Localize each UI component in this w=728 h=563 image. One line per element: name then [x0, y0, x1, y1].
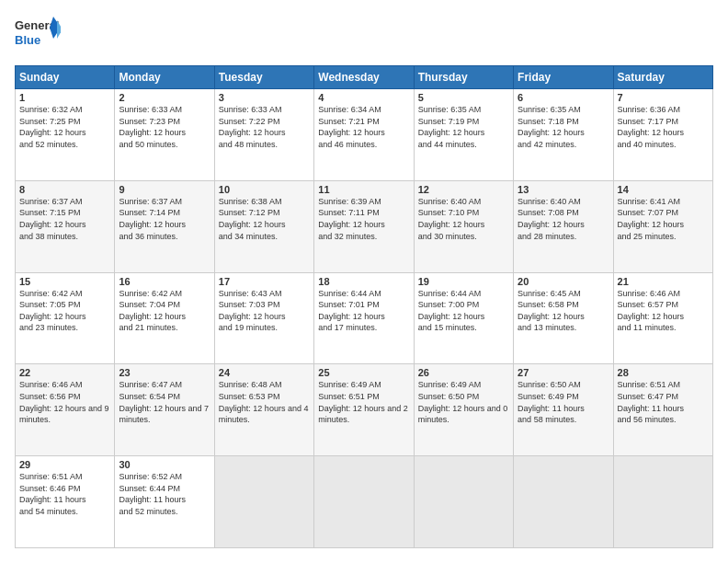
- calendar-cell: 16 Sunrise: 6:42 AM Sunset: 7:04 PM Dayl…: [115, 272, 214, 364]
- day-info: Sunrise: 6:40 AM Sunset: 7:08 PM Dayligh…: [518, 196, 609, 242]
- day-number: 28: [618, 367, 709, 378]
- day-info: Sunrise: 6:51 AM Sunset: 6:46 PM Dayligh…: [19, 471, 110, 517]
- day-number: 3: [219, 92, 310, 103]
- day-number: 17: [219, 276, 310, 287]
- calendar-cell: 9 Sunrise: 6:37 AM Sunset: 7:14 PM Dayli…: [115, 180, 214, 272]
- day-info: Sunrise: 6:33 AM Sunset: 7:22 PM Dayligh…: [219, 104, 310, 150]
- calendar-cell: 11 Sunrise: 6:39 AM Sunset: 7:11 PM Dayl…: [314, 180, 414, 272]
- calendar-cell: 2 Sunrise: 6:33 AM Sunset: 7:23 PM Dayli…: [115, 89, 214, 181]
- calendar-cell: 28 Sunrise: 6:51 AM Sunset: 6:47 PM Dayl…: [613, 364, 712, 456]
- day-info: Sunrise: 6:40 AM Sunset: 7:10 PM Dayligh…: [418, 196, 509, 242]
- day-number: 15: [19, 276, 110, 287]
- calendar-cell: 21 Sunrise: 6:46 AM Sunset: 6:57 PM Dayl…: [613, 272, 712, 364]
- svg-text:Blue: Blue: [15, 33, 40, 47]
- calendar-cell: 8 Sunrise: 6:37 AM Sunset: 7:15 PM Dayli…: [16, 180, 115, 272]
- calendar-cell: 14 Sunrise: 6:41 AM Sunset: 7:07 PM Dayl…: [613, 180, 712, 272]
- day-number: 18: [318, 276, 409, 287]
- day-info: Sunrise: 6:48 AM Sunset: 6:53 PM Dayligh…: [219, 379, 310, 425]
- calendar-cell: 22 Sunrise: 6:46 AM Sunset: 6:56 PM Dayl…: [16, 364, 115, 456]
- day-info: Sunrise: 6:52 AM Sunset: 6:44 PM Dayligh…: [119, 471, 210, 517]
- day-number: 6: [518, 92, 609, 103]
- day-number: 24: [219, 367, 310, 378]
- calendar-cell: 7 Sunrise: 6:36 AM Sunset: 7:17 PM Dayli…: [613, 89, 712, 181]
- calendar-cell: [414, 456, 513, 548]
- day-number: 11: [318, 184, 409, 195]
- day-info: Sunrise: 6:46 AM Sunset: 6:57 PM Dayligh…: [618, 288, 709, 334]
- day-number: 25: [318, 367, 409, 378]
- calendar-cell: 25 Sunrise: 6:49 AM Sunset: 6:51 PM Dayl…: [314, 364, 414, 456]
- day-info: Sunrise: 6:49 AM Sunset: 6:50 PM Dayligh…: [418, 379, 509, 425]
- day-number: 8: [19, 184, 110, 195]
- calendar-cell: 6 Sunrise: 6:35 AM Sunset: 7:18 PM Dayli…: [514, 89, 613, 181]
- day-header-saturday: Saturday: [613, 66, 712, 89]
- calendar-cell: 15 Sunrise: 6:42 AM Sunset: 7:05 PM Dayl…: [16, 272, 115, 364]
- day-info: Sunrise: 6:37 AM Sunset: 7:14 PM Dayligh…: [119, 196, 210, 242]
- day-info: Sunrise: 6:33 AM Sunset: 7:23 PM Dayligh…: [119, 104, 210, 150]
- day-number: 29: [19, 459, 110, 470]
- calendar-cell: 17 Sunrise: 6:43 AM Sunset: 7:03 PM Dayl…: [214, 272, 313, 364]
- calendar-cell: 27 Sunrise: 6:50 AM Sunset: 6:49 PM Dayl…: [514, 364, 613, 456]
- day-info: Sunrise: 6:49 AM Sunset: 6:51 PM Dayligh…: [318, 379, 409, 425]
- day-number: 4: [318, 92, 409, 103]
- day-number: 16: [119, 276, 210, 287]
- day-info: Sunrise: 6:35 AM Sunset: 7:18 PM Dayligh…: [518, 104, 609, 150]
- calendar-cell: 20 Sunrise: 6:45 AM Sunset: 6:58 PM Dayl…: [514, 272, 613, 364]
- calendar-cell: 1 Sunrise: 6:32 AM Sunset: 7:25 PM Dayli…: [16, 89, 115, 181]
- day-number: 30: [119, 459, 210, 470]
- calendar: SundayMondayTuesdayWednesdayThursdayFrid…: [15, 65, 713, 548]
- day-number: 27: [518, 367, 609, 378]
- day-number: 2: [119, 92, 210, 103]
- day-info: Sunrise: 6:39 AM Sunset: 7:11 PM Dayligh…: [318, 196, 409, 242]
- calendar-cell: 26 Sunrise: 6:49 AM Sunset: 6:50 PM Dayl…: [414, 364, 513, 456]
- day-info: Sunrise: 6:44 AM Sunset: 7:01 PM Dayligh…: [318, 288, 409, 334]
- calendar-cell: 29 Sunrise: 6:51 AM Sunset: 6:46 PM Dayl…: [16, 456, 115, 548]
- calendar-cell: [613, 456, 712, 548]
- calendar-week-2: 8 Sunrise: 6:37 AM Sunset: 7:15 PM Dayli…: [16, 180, 713, 272]
- day-number: 5: [418, 92, 509, 103]
- day-info: Sunrise: 6:50 AM Sunset: 6:49 PM Dayligh…: [518, 379, 609, 425]
- calendar-cell: 18 Sunrise: 6:44 AM Sunset: 7:01 PM Dayl…: [314, 272, 414, 364]
- calendar-cell: 24 Sunrise: 6:48 AM Sunset: 6:53 PM Dayl…: [214, 364, 313, 456]
- day-info: Sunrise: 6:44 AM Sunset: 7:00 PM Dayligh…: [418, 288, 509, 334]
- logo-svg: General Blue: [15, 15, 61, 56]
- day-header-friday: Friday: [514, 66, 613, 89]
- day-info: Sunrise: 6:37 AM Sunset: 7:15 PM Dayligh…: [19, 196, 110, 242]
- day-info: Sunrise: 6:46 AM Sunset: 6:56 PM Dayligh…: [19, 379, 110, 425]
- day-number: 12: [418, 184, 509, 195]
- calendar-cell: 5 Sunrise: 6:35 AM Sunset: 7:19 PM Dayli…: [414, 89, 513, 181]
- day-info: Sunrise: 6:51 AM Sunset: 6:47 PM Dayligh…: [618, 379, 709, 425]
- day-info: Sunrise: 6:36 AM Sunset: 7:17 PM Dayligh…: [618, 104, 709, 150]
- calendar-cell: 4 Sunrise: 6:34 AM Sunset: 7:21 PM Dayli…: [314, 89, 414, 181]
- day-info: Sunrise: 6:38 AM Sunset: 7:12 PM Dayligh…: [219, 196, 310, 242]
- day-header-monday: Monday: [115, 66, 214, 89]
- calendar-cell: 23 Sunrise: 6:47 AM Sunset: 6:54 PM Dayl…: [115, 364, 214, 456]
- day-info: Sunrise: 6:32 AM Sunset: 7:25 PM Dayligh…: [19, 104, 110, 150]
- calendar-cell: [514, 456, 613, 548]
- day-number: 14: [618, 184, 709, 195]
- calendar-week-4: 22 Sunrise: 6:46 AM Sunset: 6:56 PM Dayl…: [16, 364, 713, 456]
- day-header-sunday: Sunday: [16, 66, 115, 89]
- day-info: Sunrise: 6:47 AM Sunset: 6:54 PM Dayligh…: [119, 379, 210, 425]
- day-number: 21: [618, 276, 709, 287]
- day-header-thursday: Thursday: [414, 66, 513, 89]
- day-number: 7: [618, 92, 709, 103]
- calendar-cell: 19 Sunrise: 6:44 AM Sunset: 7:00 PM Dayl…: [414, 272, 513, 364]
- calendar-header-row: SundayMondayTuesdayWednesdayThursdayFrid…: [16, 66, 713, 89]
- day-header-tuesday: Tuesday: [214, 66, 313, 89]
- logo: General Blue: [15, 15, 61, 56]
- calendar-cell: [214, 456, 313, 548]
- header: General Blue: [15, 15, 713, 56]
- calendar-cell: 13 Sunrise: 6:40 AM Sunset: 7:08 PM Dayl…: [514, 180, 613, 272]
- day-number: 22: [19, 367, 110, 378]
- calendar-week-3: 15 Sunrise: 6:42 AM Sunset: 7:05 PM Dayl…: [16, 272, 713, 364]
- day-info: Sunrise: 6:35 AM Sunset: 7:19 PM Dayligh…: [418, 104, 509, 150]
- calendar-cell: 3 Sunrise: 6:33 AM Sunset: 7:22 PM Dayli…: [214, 89, 313, 181]
- day-number: 1: [19, 92, 110, 103]
- day-number: 26: [418, 367, 509, 378]
- calendar-week-1: 1 Sunrise: 6:32 AM Sunset: 7:25 PM Dayli…: [16, 89, 713, 181]
- day-number: 23: [119, 367, 210, 378]
- day-info: Sunrise: 6:45 AM Sunset: 6:58 PM Dayligh…: [518, 288, 609, 334]
- day-number: 20: [518, 276, 609, 287]
- day-info: Sunrise: 6:43 AM Sunset: 7:03 PM Dayligh…: [219, 288, 310, 334]
- day-info: Sunrise: 6:42 AM Sunset: 7:04 PM Dayligh…: [119, 288, 210, 334]
